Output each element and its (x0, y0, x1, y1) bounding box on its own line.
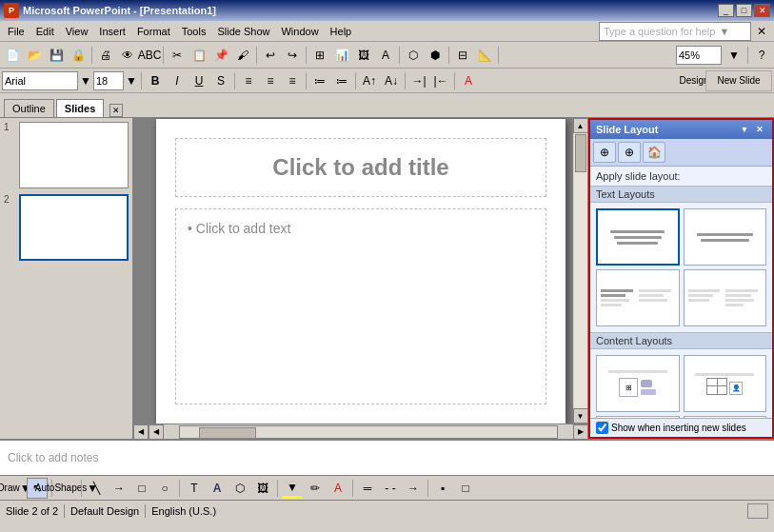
font-color-button[interactable]: A (458, 70, 479, 91)
bullets-button[interactable]: ≔ (309, 70, 330, 91)
layout-thumb-media[interactable] (684, 416, 767, 418)
diagram-button[interactable]: ⬡ (229, 478, 250, 499)
decrease-indent-button[interactable]: |← (430, 70, 451, 91)
menu-file[interactable]: File (2, 24, 30, 39)
scroll-up-button[interactable]: ▲ (573, 118, 588, 133)
copy-button[interactable]: 📋 (189, 45, 209, 66)
dash-style-button[interactable]: - - (380, 478, 401, 499)
italic-button[interactable]: I (167, 70, 188, 91)
show-grid-button[interactable]: ⊟ (452, 45, 473, 66)
align-left-button[interactable]: ≡ (238, 70, 259, 91)
layout-thumb-two-col[interactable] (596, 269, 680, 326)
menu-view[interactable]: View (60, 24, 94, 39)
scroll-left-button[interactable]: ◀ (133, 424, 149, 440)
help-button[interactable]: ? (751, 45, 772, 66)
scroll-down-button[interactable]: ▼ (573, 408, 588, 424)
zoom-input[interactable] (676, 46, 722, 65)
maximize-button[interactable]: □ (736, 4, 752, 17)
window-controls[interactable]: _ □ ✕ (718, 4, 770, 17)
expand-button[interactable]: ⬡ (403, 45, 424, 66)
format-painter[interactable]: 🖌 (232, 45, 253, 66)
new-slide-button[interactable]: New Slide (705, 70, 772, 91)
minimize-button[interactable]: _ (718, 4, 734, 17)
scroll-right-button[interactable]: ▶ (573, 424, 588, 440)
increase-indent-button[interactable]: →| (408, 70, 429, 91)
show-when-inserting-label[interactable]: Show when inserting new slides (596, 422, 766, 434)
wordart-button2[interactable]: A (207, 478, 228, 499)
align-center-button[interactable]: ≡ (260, 70, 281, 91)
layout-back-button[interactable]: ⊕ (593, 142, 616, 163)
layout-close-button[interactable]: ✕ (753, 123, 766, 136)
fill-color-button[interactable]: ▼ (282, 478, 303, 499)
line-color-button[interactable]: ✏ (305, 478, 326, 499)
align-right-button[interactable]: ≡ (282, 70, 303, 91)
textbox-button[interactable]: T (184, 478, 205, 499)
layout-thumb-content[interactable]: ⊞ (596, 355, 680, 412)
show-inserting-checkbox[interactable] (596, 422, 608, 434)
layout-thumb-blank[interactable] (596, 208, 680, 266)
menu-slideshow[interactable]: Slide Show (211, 24, 275, 39)
arrow-button[interactable]: → (109, 478, 129, 499)
decrease-font-button[interactable]: A↓ (381, 70, 402, 91)
layout-thumb-table[interactable]: 👤 (684, 355, 767, 412)
shadow-button[interactable]: S (210, 70, 231, 91)
draw-dropdown-button[interactable]: Draw▼ (4, 478, 25, 499)
scroll-thumb-v[interactable] (575, 134, 586, 172)
layout-header-buttons[interactable]: ▼ ✕ (738, 123, 766, 136)
autoshapes-button[interactable]: AutoShapes▼ (56, 478, 77, 499)
rect-button[interactable]: □ (131, 478, 152, 499)
close-button[interactable]: ✕ (754, 4, 770, 17)
cut-button[interactable]: ✂ (167, 45, 188, 66)
ellipse-button[interactable]: ○ (154, 478, 175, 499)
line-button[interactable]: ╲ (86, 478, 107, 499)
save-button[interactable]: 💾 (46, 45, 67, 66)
vertical-scrollbar[interactable]: ▲ ▼ (572, 118, 587, 424)
horizontal-scrollbar[interactable]: ◀ ◀ ▶ (133, 424, 588, 439)
clipart-button[interactable]: 🖼 (252, 478, 273, 499)
underline-button[interactable]: U (189, 70, 209, 91)
menu-insert[interactable]: Insert (93, 24, 131, 39)
layout-thumb-two-col-text[interactable] (684, 269, 767, 326)
permission-button[interactable]: 🔒 (68, 45, 89, 66)
3d-style-button[interactable]: □ (455, 478, 476, 499)
tab-close-button[interactable]: ✕ (109, 104, 123, 117)
help-search-box[interactable]: Type a question for help ▼ (599, 22, 751, 41)
menu-window[interactable]: Window (275, 24, 324, 39)
open-button[interactable]: 📂 (24, 45, 45, 66)
line-style-button[interactable]: ═ (357, 478, 378, 499)
slide-title-placeholder[interactable]: Click to add title (175, 138, 546, 197)
spell-button[interactable]: ABC (139, 45, 160, 66)
slide-content-placeholder[interactable]: • Click to add text (175, 208, 546, 404)
insert-table-button[interactable]: ⊞ (309, 45, 330, 66)
tab-slides[interactable]: Slides (56, 99, 104, 117)
layout-scroll-area[interactable]: Text Layouts (590, 186, 772, 418)
notes-area[interactable]: Click to add notes (0, 439, 774, 475)
shadow-style-button[interactable]: ▪ (432, 478, 453, 499)
layout-dropdown-button[interactable]: ▼ (738, 123, 751, 136)
undo-button[interactable]: ↩ (260, 45, 281, 66)
insert-chart-button[interactable]: 📊 (331, 45, 352, 66)
design-button[interactable]: Design (684, 70, 705, 91)
menu-edit[interactable]: Edit (30, 24, 60, 39)
layout-home-button[interactable]: 🏠 (643, 142, 665, 163)
font-color-button2[interactable]: A (327, 478, 348, 499)
preview-button[interactable]: 👁 (117, 45, 138, 66)
insert-wordart-button[interactable]: A (375, 45, 396, 66)
redo-button[interactable]: ↪ (282, 45, 303, 66)
layout-thumb-chart[interactable]: ⚙ (596, 416, 680, 418)
zoom-dropdown-button[interactable]: ▼ (724, 45, 744, 66)
scroll-left2-button[interactable]: ◀ (149, 424, 164, 440)
print-button[interactable]: 🖨 (95, 45, 116, 66)
bold-button[interactable]: B (145, 70, 166, 91)
font-name-input[interactable] (2, 71, 78, 90)
insert-clip-button[interactable]: 🖼 (353, 45, 374, 66)
font-name-dropdown[interactable]: ▼ (79, 70, 92, 91)
paste-button[interactable]: 📌 (210, 45, 231, 66)
show-ruler-button[interactable]: 📐 (474, 45, 495, 66)
zoom-area[interactable]: ▼ (676, 45, 744, 66)
menu-help[interactable]: Help (325, 24, 358, 39)
font-size-dropdown[interactable]: ▼ (125, 70, 138, 91)
layout-forward-button[interactable]: ⊕ (618, 142, 641, 163)
collapse-button[interactable]: ⬢ (425, 45, 446, 66)
layout-thumb-title[interactable] (684, 208, 767, 266)
